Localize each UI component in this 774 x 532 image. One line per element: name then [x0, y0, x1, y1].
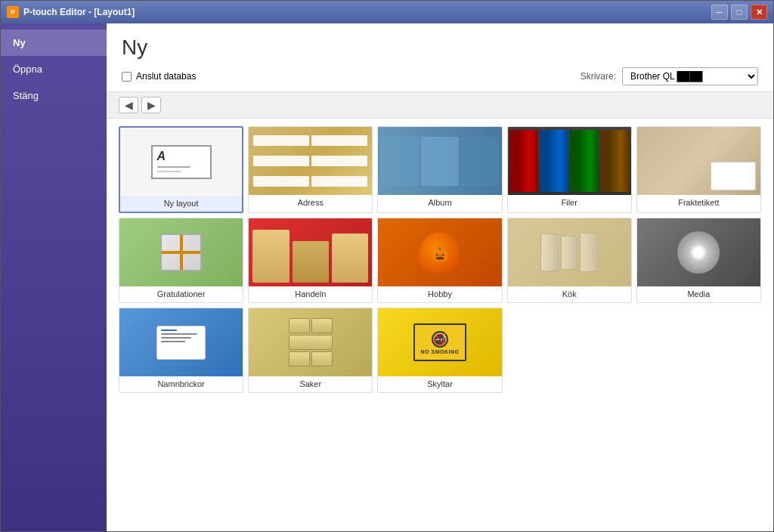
template-namnbrickor[interactable]: Namnbrickor	[119, 308, 243, 393]
titlebar: P P-touch Editor - [Layout1] ─ □ ✕	[1, 1, 773, 23]
sidebar-item-oppna[interactable]: Öppna	[1, 56, 107, 82]
template-thumb-media	[637, 218, 760, 286]
printer-label: Skrivare:	[580, 71, 616, 82]
sidebar: Ny Öppna Stäng	[1, 23, 107, 531]
content-area: Ny Anslut databas Skrivare: Brother QL █…	[107, 23, 773, 531]
close-button[interactable]: ✕	[751, 5, 767, 20]
template-label-kok: Kök	[508, 286, 631, 302]
template-label-gratulationer: Gratulationer	[119, 286, 243, 302]
template-thumb-album	[378, 127, 501, 195]
no-smoking-text: NO SMOKING	[421, 349, 460, 354]
template-gratulationer[interactable]: Gratulationer	[119, 218, 243, 303]
template-thumb-ny-layout: A	[120, 128, 242, 196]
template-label-fraktetikett: Fraktetikett	[637, 195, 760, 211]
connect-db-checkbox[interactable]	[122, 72, 132, 82]
sidebar-item-ny[interactable]: Ny	[1, 29, 107, 56]
connect-db-group: Anslut databas	[122, 71, 196, 82]
template-album[interactable]: Album	[377, 126, 502, 213]
template-thumb-kok	[508, 218, 631, 286]
template-saker[interactable]: Saker	[248, 308, 373, 393]
template-label-handeln: Handeln	[249, 286, 372, 302]
template-thumb-skyltar: 🚭 NO SMOKING	[378, 308, 501, 376]
minimize-button[interactable]: ─	[711, 5, 728, 20]
window-controls: ─ □ ✕	[711, 5, 767, 20]
maximize-button[interactable]: □	[731, 5, 748, 20]
template-hobby[interactable]: 🎃 Hobby	[377, 218, 502, 303]
template-kok[interactable]: Kök	[507, 218, 632, 303]
template-filer[interactable]: Filer	[507, 126, 632, 213]
template-thumb-adress	[249, 127, 372, 195]
printer-select[interactable]: Brother QL ████	[622, 67, 758, 85]
printer-group: Skrivare: Brother QL ████	[580, 67, 758, 85]
template-skyltar[interactable]: 🚭 NO SMOKING Skyltar	[377, 308, 502, 393]
template-grid: A Ny layout	[107, 119, 773, 531]
template-fraktetikett[interactable]: Fraktetikett	[636, 126, 761, 213]
back-button[interactable]: ◀	[119, 97, 138, 113]
connect-db-label: Anslut databas	[136, 71, 196, 82]
template-label-media: Media	[637, 286, 760, 302]
template-thumb-hobby: 🎃	[378, 218, 501, 286]
template-thumb-namnbrickor	[119, 308, 243, 376]
template-media[interactable]: Media	[636, 218, 761, 303]
template-label-skyltar: Skyltar	[378, 376, 501, 392]
template-thumb-saker	[249, 308, 372, 376]
template-ny-layout[interactable]: A Ny layout	[119, 126, 243, 213]
template-label-filer: Filer	[508, 195, 631, 211]
template-label-saker: Saker	[249, 376, 372, 392]
template-thumb-gratulationer	[119, 218, 243, 286]
template-adress[interactable]: Adress	[248, 126, 373, 213]
template-label-album: Album	[378, 195, 501, 211]
template-thumb-filer	[508, 127, 631, 195]
window-title: P-touch Editor - [Layout1]	[23, 7, 711, 17]
template-handeln[interactable]: Handeln	[248, 218, 373, 303]
ny-layout-preview: A	[151, 145, 212, 179]
main-window: P P-touch Editor - [Layout1] ─ □ ✕ Ny Öp…	[0, 0, 774, 532]
template-label-hobby: Hobby	[378, 286, 501, 302]
navigation-bar: ◀ ▶	[107, 92, 773, 119]
template-label-ny-layout: Ny layout	[120, 196, 242, 212]
app-body: Ny Öppna Stäng Ny Anslut databas	[1, 23, 773, 531]
template-label-adress: Adress	[249, 195, 372, 211]
forward-button[interactable]: ▶	[141, 97, 161, 113]
content-header: Ny Anslut databas Skrivare: Brother QL █…	[107, 23, 773, 92]
page-title: Ny	[122, 36, 758, 60]
sidebar-item-stang[interactable]: Stäng	[1, 82, 107, 109]
template-thumb-fraktetikett	[637, 127, 760, 195]
header-controls: Anslut databas Skrivare: Brother QL ████	[122, 67, 758, 85]
template-thumb-handeln	[249, 218, 372, 286]
app-icon: P	[7, 6, 19, 18]
template-label-namnbrickor: Namnbrickor	[119, 376, 243, 392]
